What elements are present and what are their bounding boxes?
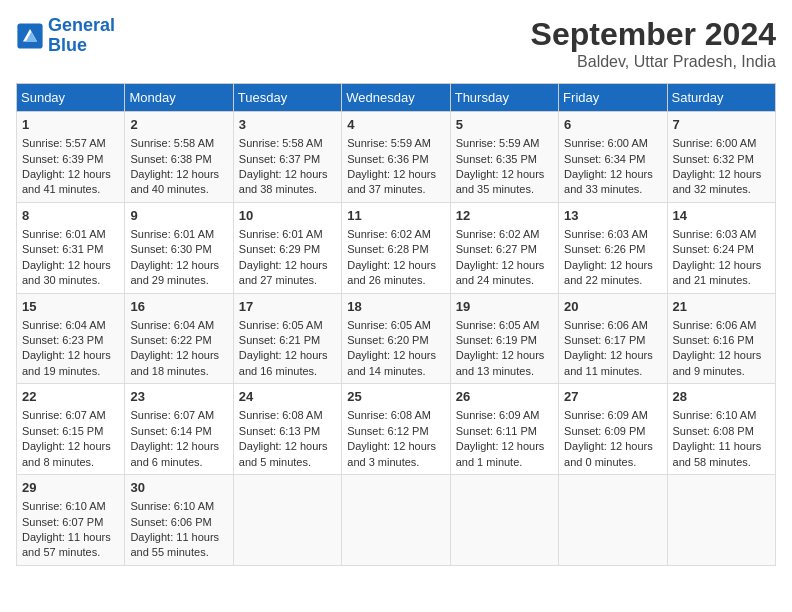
calendar-cell: 28 Sunrise: 6:10 AM Sunset: 6:08 PM Dayl… — [667, 384, 775, 475]
sunset-label: Sunset: 6:28 PM — [347, 243, 428, 255]
day-number: 13 — [564, 207, 661, 225]
sunrise-label: Sunrise: 5:58 AM — [130, 137, 214, 149]
sunset-label: Sunset: 6:24 PM — [673, 243, 754, 255]
calendar-week-row: 8 Sunrise: 6:01 AM Sunset: 6:31 PM Dayli… — [17, 202, 776, 293]
sunrise-label: Sunrise: 6:07 AM — [130, 409, 214, 421]
sunrise-label: Sunrise: 6:00 AM — [564, 137, 648, 149]
calendar-cell: 11 Sunrise: 6:02 AM Sunset: 6:28 PM Dayl… — [342, 202, 450, 293]
calendar-cell: 20 Sunrise: 6:06 AM Sunset: 6:17 PM Dayl… — [559, 293, 667, 384]
daylight-label: Daylight: 12 hours and 32 minutes. — [673, 168, 762, 195]
day-number: 30 — [130, 479, 227, 497]
calendar-cell: 10 Sunrise: 6:01 AM Sunset: 6:29 PM Dayl… — [233, 202, 341, 293]
daylight-label: Daylight: 12 hours and 14 minutes. — [347, 349, 436, 376]
calendar-week-row: 22 Sunrise: 6:07 AM Sunset: 6:15 PM Dayl… — [17, 384, 776, 475]
header-sunday: Sunday — [17, 84, 125, 112]
daylight-label: Daylight: 12 hours and 21 minutes. — [673, 259, 762, 286]
daylight-label: Daylight: 11 hours and 58 minutes. — [673, 440, 762, 467]
calendar-cell — [233, 475, 341, 566]
daylight-label: Daylight: 12 hours and 22 minutes. — [564, 259, 653, 286]
calendar-cell: 5 Sunrise: 5:59 AM Sunset: 6:35 PM Dayli… — [450, 112, 558, 203]
sunset-label: Sunset: 6:11 PM — [456, 425, 537, 437]
daylight-label: Daylight: 12 hours and 24 minutes. — [456, 259, 545, 286]
header-monday: Monday — [125, 84, 233, 112]
daylight-label: Daylight: 12 hours and 33 minutes. — [564, 168, 653, 195]
page-header: General Blue September 2024 Baldev, Utta… — [16, 16, 776, 71]
calendar-cell: 2 Sunrise: 5:58 AM Sunset: 6:38 PM Dayli… — [125, 112, 233, 203]
calendar-cell: 15 Sunrise: 6:04 AM Sunset: 6:23 PM Dayl… — [17, 293, 125, 384]
calendar-cell: 16 Sunrise: 6:04 AM Sunset: 6:22 PM Dayl… — [125, 293, 233, 384]
header-thursday: Thursday — [450, 84, 558, 112]
day-number: 22 — [22, 388, 119, 406]
sunrise-label: Sunrise: 6:10 AM — [673, 409, 757, 421]
sunrise-label: Sunrise: 6:10 AM — [22, 500, 106, 512]
sunset-label: Sunset: 6:16 PM — [673, 334, 754, 346]
sunset-label: Sunset: 6:14 PM — [130, 425, 211, 437]
daylight-label: Daylight: 12 hours and 35 minutes. — [456, 168, 545, 195]
daylight-label: Daylight: 12 hours and 19 minutes. — [22, 349, 111, 376]
daylight-label: Daylight: 12 hours and 27 minutes. — [239, 259, 328, 286]
sunset-label: Sunset: 6:38 PM — [130, 153, 211, 165]
daylight-label: Daylight: 12 hours and 16 minutes. — [239, 349, 328, 376]
sunrise-label: Sunrise: 6:05 AM — [456, 319, 540, 331]
daylight-label: Daylight: 12 hours and 1 minute. — [456, 440, 545, 467]
calendar-table: Sunday Monday Tuesday Wednesday Thursday… — [16, 83, 776, 566]
day-number: 8 — [22, 207, 119, 225]
logo-text: General Blue — [48, 16, 115, 56]
sunrise-label: Sunrise: 6:08 AM — [347, 409, 431, 421]
sunrise-label: Sunrise: 5:58 AM — [239, 137, 323, 149]
sunset-label: Sunset: 6:23 PM — [22, 334, 103, 346]
calendar-cell — [450, 475, 558, 566]
day-number: 11 — [347, 207, 444, 225]
sunrise-label: Sunrise: 6:05 AM — [239, 319, 323, 331]
sunset-label: Sunset: 6:09 PM — [564, 425, 645, 437]
calendar-cell — [342, 475, 450, 566]
sunset-label: Sunset: 6:12 PM — [347, 425, 428, 437]
day-number: 18 — [347, 298, 444, 316]
calendar-cell: 14 Sunrise: 6:03 AM Sunset: 6:24 PM Dayl… — [667, 202, 775, 293]
day-number: 12 — [456, 207, 553, 225]
daylight-label: Daylight: 12 hours and 41 minutes. — [22, 168, 111, 195]
sunrise-label: Sunrise: 6:03 AM — [673, 228, 757, 240]
calendar-cell: 6 Sunrise: 6:00 AM Sunset: 6:34 PM Dayli… — [559, 112, 667, 203]
sunrise-label: Sunrise: 5:59 AM — [347, 137, 431, 149]
day-number: 24 — [239, 388, 336, 406]
daylight-label: Daylight: 12 hours and 26 minutes. — [347, 259, 436, 286]
sunrise-label: Sunrise: 6:06 AM — [564, 319, 648, 331]
header-friday: Friday — [559, 84, 667, 112]
sunrise-label: Sunrise: 6:00 AM — [673, 137, 757, 149]
daylight-label: Daylight: 11 hours and 55 minutes. — [130, 531, 219, 558]
daylight-label: Daylight: 12 hours and 18 minutes. — [130, 349, 219, 376]
location-subtitle: Baldev, Uttar Pradesh, India — [531, 53, 776, 71]
calendar-week-row: 1 Sunrise: 5:57 AM Sunset: 6:39 PM Dayli… — [17, 112, 776, 203]
calendar-cell: 12 Sunrise: 6:02 AM Sunset: 6:27 PM Dayl… — [450, 202, 558, 293]
calendar-cell — [559, 475, 667, 566]
calendar-cell: 29 Sunrise: 6:10 AM Sunset: 6:07 PM Dayl… — [17, 475, 125, 566]
sunset-label: Sunset: 6:17 PM — [564, 334, 645, 346]
sunset-label: Sunset: 6:13 PM — [239, 425, 320, 437]
sunset-label: Sunset: 6:39 PM — [22, 153, 103, 165]
calendar-cell: 27 Sunrise: 6:09 AM Sunset: 6:09 PM Dayl… — [559, 384, 667, 475]
daylight-label: Daylight: 12 hours and 29 minutes. — [130, 259, 219, 286]
sunset-label: Sunset: 6:29 PM — [239, 243, 320, 255]
calendar-week-row: 29 Sunrise: 6:10 AM Sunset: 6:07 PM Dayl… — [17, 475, 776, 566]
daylight-label: Daylight: 12 hours and 40 minutes. — [130, 168, 219, 195]
day-number: 4 — [347, 116, 444, 134]
sunset-label: Sunset: 6:31 PM — [22, 243, 103, 255]
daylight-label: Daylight: 12 hours and 3 minutes. — [347, 440, 436, 467]
logo-line2: Blue — [48, 35, 87, 55]
sunrise-label: Sunrise: 6:01 AM — [22, 228, 106, 240]
calendar-cell: 1 Sunrise: 5:57 AM Sunset: 6:39 PM Dayli… — [17, 112, 125, 203]
sunrise-label: Sunrise: 5:59 AM — [456, 137, 540, 149]
sunset-label: Sunset: 6:27 PM — [456, 243, 537, 255]
sunrise-label: Sunrise: 5:57 AM — [22, 137, 106, 149]
calendar-cell: 21 Sunrise: 6:06 AM Sunset: 6:16 PM Dayl… — [667, 293, 775, 384]
daylight-label: Daylight: 12 hours and 13 minutes. — [456, 349, 545, 376]
sunrise-label: Sunrise: 6:02 AM — [347, 228, 431, 240]
day-number: 14 — [673, 207, 770, 225]
sunrise-label: Sunrise: 6:07 AM — [22, 409, 106, 421]
day-number: 29 — [22, 479, 119, 497]
sunrise-label: Sunrise: 6:04 AM — [22, 319, 106, 331]
sunrise-label: Sunrise: 6:10 AM — [130, 500, 214, 512]
day-number: 21 — [673, 298, 770, 316]
calendar-header-row: Sunday Monday Tuesday Wednesday Thursday… — [17, 84, 776, 112]
